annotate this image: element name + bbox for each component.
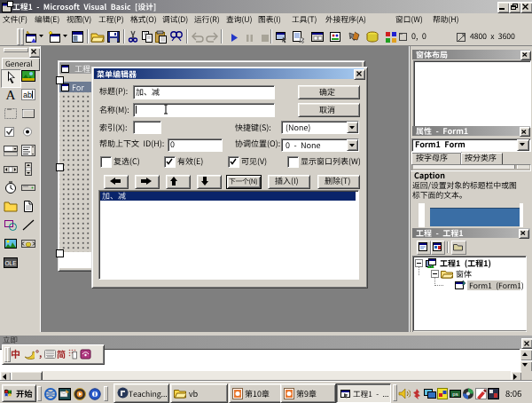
svg-text:ab: ab (23, 91, 32, 99)
svg-text:OLE: OLE (4, 260, 17, 266)
svg-text:ps: ps (452, 391, 458, 397)
svg-text:A: A (6, 88, 16, 101)
